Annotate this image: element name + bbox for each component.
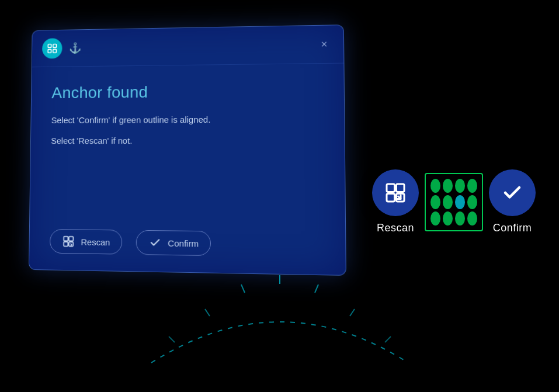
grid-dot-center bbox=[455, 195, 465, 209]
svg-line-14 bbox=[350, 309, 355, 316]
checkmark-icon bbox=[148, 235, 162, 250]
svg-rect-3 bbox=[53, 49, 57, 53]
svg-line-15 bbox=[241, 285, 245, 293]
radial-menu: Rescan Confirm bbox=[372, 169, 536, 234]
svg-rect-8 bbox=[387, 184, 395, 192]
svg-line-18 bbox=[169, 337, 175, 342]
confirm-button[interactable]: Confirm bbox=[136, 230, 211, 256]
svg-line-17 bbox=[385, 337, 391, 342]
radial-rescan-icon bbox=[385, 182, 406, 203]
svg-rect-5 bbox=[69, 237, 73, 241]
svg-line-16 bbox=[205, 309, 210, 316]
grid-dot-12 bbox=[467, 211, 477, 226]
svg-rect-9 bbox=[397, 184, 405, 192]
grid-dot-9 bbox=[430, 211, 440, 226]
grid-dot-10 bbox=[443, 211, 453, 226]
svg-rect-2 bbox=[48, 50, 51, 53]
gaze-arc bbox=[134, 269, 426, 374]
svg-line-13 bbox=[315, 285, 318, 293]
grid-dot-8 bbox=[467, 195, 477, 209]
grid-dot-6 bbox=[443, 195, 453, 209]
radial-rescan-item: Rescan bbox=[372, 169, 419, 234]
svg-rect-10 bbox=[387, 194, 395, 202]
instruction-1: Select 'Confirm' if green outline is ali… bbox=[51, 112, 322, 127]
rescan-button[interactable]: Rescan bbox=[50, 229, 122, 255]
svg-rect-1 bbox=[53, 44, 57, 48]
dialog-body: Anchor found Select 'Confirm' if green o… bbox=[30, 64, 345, 167]
anchor-dialog: ⚓ × Anchor found Select 'Confirm' if gre… bbox=[29, 25, 346, 276]
confirm-label: Confirm bbox=[168, 238, 199, 248]
radial-rescan-label: Rescan bbox=[377, 222, 414, 234]
radial-confirm-button[interactable] bbox=[489, 169, 536, 216]
dialog-footer: Rescan Confirm bbox=[50, 229, 324, 258]
anchor-grid-visual bbox=[425, 173, 483, 231]
radial-rescan-button[interactable] bbox=[372, 169, 419, 216]
grid-dot-2 bbox=[443, 179, 453, 193]
svg-rect-6 bbox=[64, 242, 68, 247]
close-button[interactable]: × bbox=[315, 36, 332, 53]
app-icon-circle bbox=[42, 38, 63, 58]
rescan-label: Rescan bbox=[81, 237, 110, 247]
radial-confirm-item: Confirm bbox=[489, 169, 536, 234]
instruction-2: Select 'Rescan' if not. bbox=[51, 134, 322, 148]
grid-dot-5 bbox=[430, 195, 440, 209]
grid-dot-11 bbox=[455, 211, 465, 226]
svg-rect-4 bbox=[64, 237, 68, 241]
scan-icon bbox=[47, 43, 58, 54]
rescan-icon bbox=[61, 234, 75, 248]
grid-dot-4 bbox=[467, 179, 477, 193]
dialog-titlebar: ⚓ × bbox=[32, 25, 344, 67]
dialog-title: Anchor found bbox=[51, 81, 322, 102]
svg-rect-0 bbox=[48, 44, 51, 48]
grid-dot-1 bbox=[430, 179, 440, 193]
anchor-icon: ⚓ bbox=[69, 42, 81, 55]
radial-items: Rescan Confirm bbox=[372, 169, 536, 234]
radial-confirm-label: Confirm bbox=[493, 222, 532, 234]
radial-confirm-icon bbox=[502, 182, 523, 203]
grid-dot-3 bbox=[455, 179, 465, 193]
